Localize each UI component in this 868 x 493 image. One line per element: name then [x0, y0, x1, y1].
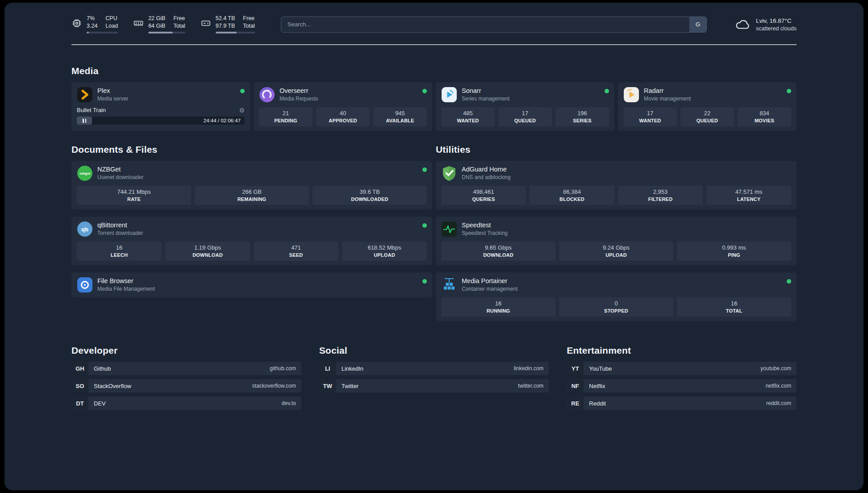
disk-widget: 52.4 TB Free 97.9 TB Total: [200, 15, 255, 33]
app-card-sonarr[interactable]: Sonarr Series management 485 WANTED 17 Q…: [436, 82, 614, 131]
stat-upload: 9.24 Gbps UPLOAD: [559, 242, 673, 261]
cpu-meter: [87, 32, 118, 33]
app-name: AdGuard Home: [462, 166, 510, 173]
bookmark-url: github.com: [270, 365, 296, 372]
speedtest-icon: [441, 221, 457, 237]
dashboard: 7% CPU 3.24 Load 22 GiB Free 64 GiB Tota…: [4, 3, 864, 490]
stat-latency: 47.571 ms LATENCY: [706, 186, 791, 205]
ram-icon: [133, 18, 144, 29]
app-card-speedtest[interactable]: Speedtest Speedtest Tracking 9.65 Gbps D…: [436, 217, 797, 265]
disk-total-value: 97.9 TB: [216, 23, 235, 29]
search-engine-button[interactable]: G: [689, 17, 706, 32]
cpu-percent: 7%: [87, 15, 97, 21]
app-card-adguard[interactable]: AdGuard Home DNS and adblocking 498,461 …: [436, 161, 797, 209]
bookmark-abbr: DT: [71, 397, 88, 410]
ram-meter: [148, 32, 185, 33]
status-dot: [240, 89, 245, 93]
app-name: Media Portainer: [462, 277, 517, 284]
bookmark-reddit[interactable]: RE Reddit reddit.com: [567, 397, 797, 410]
app-name: qBittorrent: [97, 221, 143, 229]
bookmark-youtube[interactable]: YT YouTube youtube.com: [567, 362, 797, 375]
ram-total-value: 64 GiB: [148, 23, 165, 29]
stat-download: 1.19 Gbps DOWNLOAD: [165, 242, 250, 261]
ram-widget: 22 GiB Free 64 GiB Total: [133, 15, 185, 33]
cpu-load-value: 3.24: [87, 23, 97, 29]
qbittorrent-icon: qb: [77, 221, 93, 237]
bookmark-name: Twitter: [342, 383, 359, 389]
bookmark-github[interactable]: GH Github github.com: [71, 362, 301, 375]
bookmark-stackoverflow[interactable]: SO StackOverflow stackoverflow.com: [71, 379, 301, 393]
stat-rate: 744.21 Mbps RATE: [77, 186, 191, 205]
stat-queued: 17 QUEUED: [498, 107, 552, 126]
radarr-icon: [623, 87, 639, 103]
stat-available: 945 AVAILABLE: [373, 107, 427, 126]
app-card-nzbget[interactable]: nzbget NZBGet Usenet downloader 744.21 M…: [71, 161, 432, 209]
app-name: Plex: [97, 87, 128, 94]
app-name: Overseerr: [280, 87, 318, 94]
search-input[interactable]: [281, 17, 707, 33]
status-dot: [422, 223, 427, 228]
section-title-utilities: Utilities: [436, 144, 797, 155]
bookmark-netflix[interactable]: NF Netflix netflix.com: [567, 379, 797, 393]
app-card-portainer[interactable]: Media Portainer Container management 16 …: [436, 272, 797, 321]
cpu-widget: 7% CPU 3.24 Load: [71, 15, 118, 33]
plex-now-playing: Bullet Train ⚙ 24:44 / 02:06:47: [77, 107, 245, 125]
cpu-load-label: Load: [105, 23, 118, 29]
plex-icon: [77, 87, 93, 103]
search-bar: G: [281, 17, 707, 33]
stat-series: 196 SERIES: [555, 107, 609, 126]
cpu-icon: [71, 18, 82, 29]
topbar-divider: [71, 44, 797, 45]
app-desc: Media File Management: [97, 286, 155, 292]
status-dot: [422, 89, 427, 93]
playback-progress-bar[interactable]: 24:44 / 02:06:47: [77, 117, 245, 125]
bookmark-dev[interactable]: DT DEV dev.to: [71, 397, 301, 410]
app-name: Sonarr: [462, 87, 509, 94]
bookmark-abbr: SO: [71, 379, 88, 393]
app-card-overseerr[interactable]: Overseerr Media Requests 21 PENDING 40 A…: [254, 82, 432, 131]
playback-time: 24:44 / 02:06:47: [204, 118, 241, 123]
bookmark-url: linkedin.com: [514, 365, 544, 372]
stat-leech: 16 LEECH: [77, 242, 162, 261]
app-desc: Media Requests: [280, 96, 318, 102]
bookmark-name: Github: [94, 365, 111, 372]
app-card-filebrowser[interactable]: File Browser Media File Management: [71, 272, 432, 297]
bookmark-twitter[interactable]: TW Twitter twitter.com: [319, 379, 549, 393]
stat-upload: 618.52 Mbps UPLOAD: [342, 242, 427, 261]
disk-total-label: Total: [243, 23, 255, 29]
pause-icon: [83, 119, 84, 123]
app-card-radarr[interactable]: Radarr Movie management 17 WANTED 22 QUE…: [618, 82, 797, 131]
gear-icon[interactable]: ⚙: [239, 107, 245, 113]
section-title-developer: Developer: [71, 345, 301, 356]
stat-queued: 22 QUEUED: [680, 107, 734, 126]
app-desc: Movie management: [644, 96, 691, 102]
disk-icon: [200, 18, 211, 29]
status-dot: [605, 89, 609, 93]
disk-meter: [216, 32, 255, 33]
stat-filtered: 2,953 FILTERED: [618, 186, 703, 205]
stat-queries: 498,461 QUERIES: [441, 186, 526, 205]
app-card-qbittorrent[interactable]: qb qBittorrent Torrent downloader 16 LEE…: [71, 217, 432, 265]
bookmark-name: LinkedIn: [342, 365, 363, 372]
stat-remaining: 266 GB REMAINING: [195, 186, 309, 205]
section-title-media: Media: [71, 66, 797, 76]
bookmark-abbr: NF: [567, 379, 584, 393]
bookmark-abbr: RE: [567, 397, 584, 410]
app-desc: Torrent downloader: [97, 230, 143, 236]
bookmark-url: netflix.com: [766, 383, 791, 389]
pause-button[interactable]: [77, 117, 92, 125]
app-name: Speedtest: [462, 221, 508, 229]
status-dot: [787, 279, 791, 284]
weather-condition: scattered clouds: [756, 25, 797, 32]
section-title-social: Social: [319, 345, 549, 356]
app-card-plex[interactable]: Plex Media server Bullet Train ⚙ 24:44: [71, 82, 250, 131]
bookmark-abbr: TW: [319, 379, 336, 393]
weather-location: Lviv, 16.87°C: [756, 17, 797, 24]
bookmark-linkedin[interactable]: LI LinkedIn linkedin.com: [319, 362, 549, 375]
cloud-icon: [734, 17, 751, 32]
stat-ping: 0.993 ms PING: [677, 242, 791, 261]
adguard-icon: [441, 165, 457, 181]
stat-movies: 834 MOVIES: [738, 107, 791, 126]
bookmark-url: stackoverflow.com: [252, 383, 296, 389]
bookmark-name: Reddit: [589, 400, 606, 407]
